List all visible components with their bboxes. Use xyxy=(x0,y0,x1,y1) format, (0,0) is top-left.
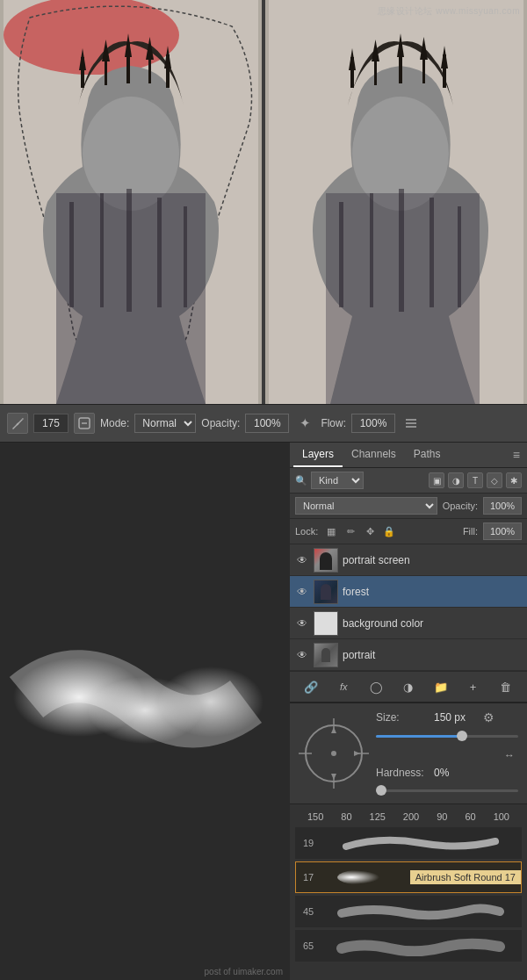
fill-value[interactable]: 100% xyxy=(483,522,522,540)
brush-tool-icon[interactable] xyxy=(7,413,28,434)
size-label: Size: xyxy=(376,711,429,724)
filter-pixel-icon[interactable]: ▣ xyxy=(429,472,444,488)
lock-all-icon[interactable]: 🔒 xyxy=(381,523,397,539)
brush-preset-65[interactable]: 65 xyxy=(295,930,522,962)
svg-rect-35 xyxy=(430,198,434,307)
delete-layer-icon[interactable]: 🗑 xyxy=(495,677,515,696)
filter-type-icon[interactable]: T xyxy=(467,472,483,488)
brush-size-settings[interactable]: ⚙ xyxy=(483,710,495,724)
layers-search-row: 🔍 Kind ▣ ◑ T ◇ ✱ xyxy=(290,468,527,494)
layers-menu-icon[interactable]: ≡ xyxy=(509,444,523,465)
hardness-slider[interactable] xyxy=(376,784,518,796)
add-mask-icon[interactable]: ◯ xyxy=(366,677,386,696)
right-portrait-panel xyxy=(265,0,527,404)
opacity-value[interactable]: 100% xyxy=(483,497,522,515)
layers-lock-row: Lock: ▦ ✏ ✥ 🔒 Fill: 100% xyxy=(290,519,527,544)
filter-icons: ▣ ◑ T ◇ ✱ xyxy=(429,472,522,488)
layer-item-forest[interactable]: 👁 forest xyxy=(290,576,527,608)
brush-settings-icon[interactable] xyxy=(74,413,95,434)
blend-mode-dropdown[interactable]: Normal xyxy=(295,497,437,515)
opacity-value[interactable]: 100% xyxy=(245,414,289,433)
kind-dropdown[interactable]: Kind xyxy=(311,472,364,489)
brush-panel: Size: 150 px ⚙ ↔ Hardness: 0% xyxy=(290,703,527,804)
layer-eye-bg-color[interactable]: 👁 xyxy=(295,616,309,631)
layer-thumb-portrait xyxy=(314,643,338,667)
brush-tooltip-17: Airbrush Soft Round 17 xyxy=(410,870,521,884)
brush-preview-19 xyxy=(328,832,514,854)
svg-rect-36 xyxy=(458,206,461,307)
size-125[interactable]: 125 xyxy=(370,811,386,822)
brush-size-row: Size: 150 px ⚙ xyxy=(376,710,518,724)
tab-channels[interactable]: Channels xyxy=(343,443,405,467)
svg-rect-17 xyxy=(157,198,162,307)
tab-layers[interactable]: Layers xyxy=(293,443,343,467)
svg-point-51 xyxy=(331,751,336,756)
layer-thumb-forest xyxy=(314,580,338,604)
brush-preset-17[interactable]: 17 xyxy=(295,861,522,893)
lock-pixels-icon[interactable]: ✏ xyxy=(343,523,358,539)
brush-preview-65 xyxy=(328,935,514,956)
size-200[interactable]: 200 xyxy=(403,811,419,822)
airbrush-icon[interactable]: ✦ xyxy=(294,413,315,434)
layer-name-bg-color: background color xyxy=(343,617,522,630)
flow-value[interactable]: 100% xyxy=(351,414,395,433)
left-portrait-panel xyxy=(0,0,265,404)
toolbar: 175 Mode: Normal Opacity: 100% ✦ Flow: 1… xyxy=(0,404,527,443)
size-100[interactable]: 100 xyxy=(494,811,509,822)
hardness-label: Hardness: xyxy=(376,767,429,779)
layers-panel: Layers Channels Paths ≡ 🔍 Kind ▣ ◑ T ◇ ✱ xyxy=(290,443,527,703)
layer-eye-portrait-screen[interactable]: 👁 xyxy=(295,553,309,567)
preset-number-17: 17 xyxy=(303,872,321,883)
brush-preset-19[interactable]: 19 xyxy=(295,827,522,859)
layer-name-portrait-screen: portrait screen xyxy=(343,554,522,566)
lock-transparent-icon[interactable]: ▦ xyxy=(323,523,339,539)
right-panels: Layers Channels Paths ≡ 🔍 Kind ▣ ◑ T ◇ ✱ xyxy=(290,443,527,980)
extra-options-icon[interactable] xyxy=(401,413,422,434)
opacity-label: Opacity: xyxy=(201,417,240,429)
adjustment-icon[interactable]: ◑ xyxy=(399,677,418,696)
top-image-area: 思缘设计论坛 www.missyuan.com xyxy=(0,0,527,404)
filter-smart-icon[interactable]: ✱ xyxy=(506,472,522,488)
filter-adjust-icon[interactable]: ◑ xyxy=(448,472,464,488)
svg-rect-34 xyxy=(399,189,404,312)
new-layer-icon[interactable]: + xyxy=(464,677,483,696)
canvas-area[interactable]: post of uimaker.com xyxy=(0,443,290,980)
brush-hardness-row: Hardness: 0% xyxy=(376,767,518,779)
layer-fx-icon[interactable]: fx xyxy=(334,677,353,696)
brush-size-box[interactable]: 175 xyxy=(33,414,69,433)
layers-bottom-row: 🔗 fx ◯ ◑ 📁 + 🗑 xyxy=(290,671,527,702)
layer-eye-forest[interactable]: 👁 xyxy=(295,585,309,599)
new-group-icon[interactable]: 📁 xyxy=(431,677,451,696)
layer-name-forest: forest xyxy=(343,586,522,598)
size-150[interactable]: 150 xyxy=(307,811,323,822)
mode-label: Mode: xyxy=(100,417,129,429)
brush-expand-icon[interactable]: ↔ xyxy=(504,749,518,763)
size-60[interactable]: 60 xyxy=(465,811,475,822)
layer-thumb-portrait-screen xyxy=(314,548,338,573)
layer-eye-portrait[interactable]: 👁 xyxy=(295,648,309,662)
layer-name-portrait: portrait xyxy=(343,649,522,661)
magnify-icon: 🔍 xyxy=(295,475,307,486)
svg-rect-33 xyxy=(370,193,373,307)
layer-item-portrait[interactable]: 👁 portrait xyxy=(290,639,527,671)
size-80[interactable]: 80 xyxy=(341,811,351,822)
svg-rect-15 xyxy=(100,193,104,307)
lock-label: Lock: xyxy=(295,526,318,537)
layers-blend-row: Normal Opacity: 100% xyxy=(290,494,527,519)
link-layers-icon[interactable]: 🔗 xyxy=(301,677,321,696)
preset-number-19: 19 xyxy=(303,838,321,848)
layer-thumb-bg-color xyxy=(314,611,338,636)
filter-shape-icon[interactable]: ◇ xyxy=(487,472,502,488)
svg-rect-14 xyxy=(69,202,74,307)
size-90[interactable]: 90 xyxy=(437,811,447,822)
lock-position-icon[interactable]: ✥ xyxy=(362,523,378,539)
layer-item-background-color[interactable]: 👁 background color xyxy=(290,608,527,639)
brush-sizes-row: 150 80 125 200 90 60 100 xyxy=(295,811,522,822)
brush-preset-45[interactable]: 45 xyxy=(295,896,522,927)
layer-item-portrait-screen[interactable]: 👁 portrait screen xyxy=(290,544,527,576)
size-slider[interactable] xyxy=(376,730,518,742)
tab-paths[interactable]: Paths xyxy=(405,443,450,467)
layers-tabs-bar: Layers Channels Paths ≡ xyxy=(290,443,527,468)
mode-dropdown[interactable]: Normal xyxy=(134,414,196,433)
size-value: 150 px xyxy=(434,711,478,724)
